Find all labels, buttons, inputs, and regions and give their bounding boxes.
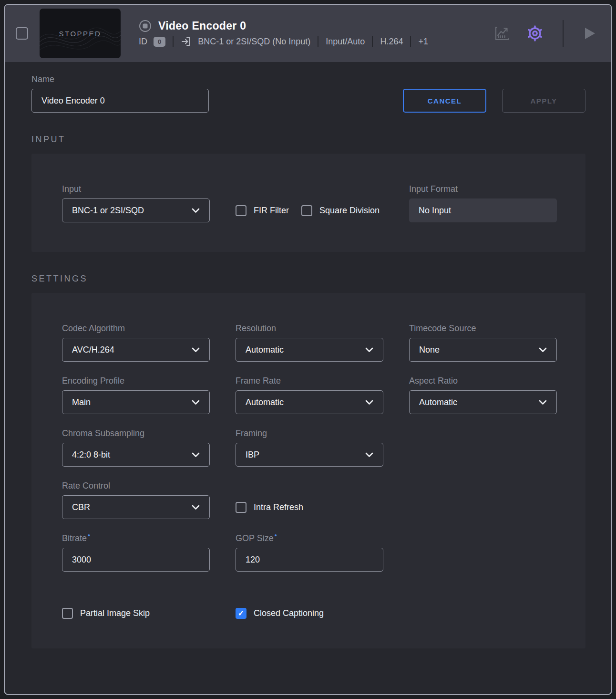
resolution-label: Resolution — [236, 323, 383, 334]
video-preview-thumbnail: STOPPED — [40, 9, 121, 58]
partial-image-skip-checkbox[interactable] — [62, 608, 73, 619]
bitrate-field-group: Bitrate• — [62, 533, 210, 572]
codec-algorithm-select[interactable]: AVC/H.264 — [62, 338, 210, 362]
codec-algorithm-label: Codec Algorithm — [62, 323, 210, 334]
meta-input: BNC-1 or 2SI/SQD (No Input) — [198, 37, 310, 47]
rate-control-label: Rate Control — [62, 481, 210, 491]
chevron-down-icon — [365, 452, 373, 458]
chevron-down-icon — [192, 505, 200, 510]
frame-rate-label: Frame Rate — [236, 376, 383, 386]
chevron-down-icon — [365, 347, 373, 353]
input-select-value: BNC-1 or 2SI/SQD — [72, 206, 144, 216]
codec-algorithm-field-group: Codec Algorithm AVC/H.264 — [62, 323, 210, 362]
id-badge: 0 — [154, 37, 165, 47]
gop-size-input[interactable] — [236, 548, 383, 572]
meta-resolution-mode: Input/Auto — [326, 37, 365, 47]
page-title: Video Encoder 0 — [158, 20, 246, 32]
bitrate-input[interactable] — [62, 548, 210, 572]
meta-more-count: +1 — [418, 37, 428, 47]
fir-filter-label: FIR Filter — [254, 206, 289, 216]
partial-image-skip-label: Partial Image Skip — [80, 608, 150, 618]
framing-select[interactable]: IBP — [236, 443, 383, 467]
timecode-source-select[interactable]: None — [409, 338, 557, 362]
chevron-down-icon — [192, 208, 200, 213]
input-label: Input — [62, 184, 210, 194]
gop-size-label: GOP Size• — [236, 533, 383, 543]
chevron-down-icon — [365, 400, 373, 405]
input-checkboxes: FIR Filter Square Division — [236, 198, 383, 222]
apply-button[interactable]: APPLY — [502, 89, 585, 113]
resolution-select[interactable]: Automatic — [236, 338, 383, 362]
select-encoder-checkbox[interactable] — [16, 27, 28, 40]
header-divider — [563, 20, 564, 47]
encoding-profile-field-group: Encoding Profile Main — [62, 376, 210, 414]
closed-captioning-checkbox-row[interactable]: Closed Captioning — [236, 608, 383, 619]
meta-separator — [372, 36, 373, 47]
square-division-checkbox-row[interactable]: Square Division — [301, 205, 380, 216]
bitrate-label: Bitrate• — [62, 533, 210, 543]
settings-bottom-checkboxes: Partial Image Skip Closed Captioning — [62, 608, 555, 619]
partial-image-skip-checkbox-row[interactable]: Partial Image Skip — [62, 608, 210, 619]
framing-field-group: Framing IBP — [236, 428, 383, 467]
input-source-icon — [181, 36, 192, 47]
chroma-subsampling-label: Chroma Subsampling — [62, 428, 210, 438]
intra-refresh-label: Intra Refresh — [254, 502, 303, 512]
encoder-card-header: STOPPED Video Encoder 0 ID 0 — [5, 5, 611, 62]
meta-separator — [173, 36, 174, 47]
required-indicator: • — [275, 532, 277, 539]
settings-gear-icon[interactable] — [525, 24, 544, 43]
meta-separator — [318, 36, 318, 47]
name-row: Name CANCEL APPLY — [31, 74, 585, 113]
fir-filter-checkbox[interactable] — [236, 205, 246, 216]
rate-control-select[interactable]: CBR — [62, 495, 210, 519]
encoding-profile-label: Encoding Profile — [62, 376, 210, 386]
header-actions — [493, 20, 597, 47]
chroma-subsampling-select[interactable]: 4:2:0 8-bit — [62, 443, 210, 467]
stats-icon[interactable] — [493, 24, 511, 42]
rate-control-field-group: Rate Control CBR — [62, 481, 210, 519]
chevron-down-icon — [192, 347, 200, 353]
cancel-button[interactable]: CANCEL — [403, 89, 486, 113]
required-indicator: • — [88, 532, 90, 539]
status-badge: STOPPED — [59, 30, 102, 38]
name-label: Name — [31, 74, 209, 84]
square-division-checkbox[interactable] — [301, 205, 312, 216]
chevron-down-icon — [539, 347, 547, 353]
closed-captioning-label: Closed Captioning — [254, 608, 324, 618]
aspect-ratio-label: Aspect Ratio — [409, 376, 557, 386]
play-icon[interactable] — [582, 26, 597, 41]
meta-codec: H.264 — [380, 37, 403, 47]
timecode-source-label: Timecode Source — [409, 323, 557, 334]
input-format-label: Input Format — [409, 184, 557, 194]
chevron-down-icon — [192, 452, 200, 458]
intra-refresh-checkbox[interactable] — [236, 502, 246, 513]
settings-section-panel: Codec Algorithm AVC/H.264 Resolution Aut… — [31, 293, 585, 648]
input-field-group: Input BNC-1 or 2SI/SQD — [62, 184, 210, 222]
timecode-source-field-group: Timecode Source None — [409, 323, 557, 362]
input-select[interactable]: BNC-1 or 2SI/SQD — [62, 198, 210, 222]
stop-icon — [139, 20, 152, 32]
encoding-profile-select[interactable]: Main — [62, 390, 210, 414]
settings-section-heading: SETTINGS — [31, 274, 585, 284]
input-section-panel: Input BNC-1 or 2SI/SQD FIR Filter — [31, 154, 585, 252]
aspect-ratio-select[interactable]: Automatic — [409, 390, 557, 414]
gop-size-field-group: GOP Size• — [236, 533, 383, 572]
input-section-heading: INPUT — [31, 135, 585, 145]
encoder-meta-row: ID 0 BNC-1 or 2SI/SQD (No Input) Input/A… — [139, 36, 428, 47]
id-label: ID — [139, 37, 147, 47]
chevron-down-icon — [192, 400, 200, 405]
meta-separator — [410, 36, 411, 47]
name-input[interactable] — [31, 89, 209, 113]
fir-filter-checkbox-row[interactable]: FIR Filter — [236, 205, 289, 216]
aspect-ratio-field-group: Aspect Ratio Automatic — [409, 376, 557, 414]
resolution-field-group: Resolution Automatic — [236, 323, 383, 362]
intra-refresh-cell: Intra Refresh — [236, 495, 383, 519]
input-format-value: No Input — [409, 198, 557, 222]
input-format-field-group: Input Format No Input — [409, 184, 557, 222]
frame-rate-select[interactable]: Automatic — [236, 390, 383, 414]
intra-refresh-checkbox-row[interactable]: Intra Refresh — [236, 502, 303, 513]
framing-label: Framing — [236, 428, 383, 438]
closed-captioning-checkbox[interactable] — [236, 608, 246, 619]
frame-rate-field-group: Frame Rate Automatic — [236, 376, 383, 414]
title-block: Video Encoder 0 ID 0 BNC-1 or 2SI/SQD (N… — [139, 20, 428, 47]
